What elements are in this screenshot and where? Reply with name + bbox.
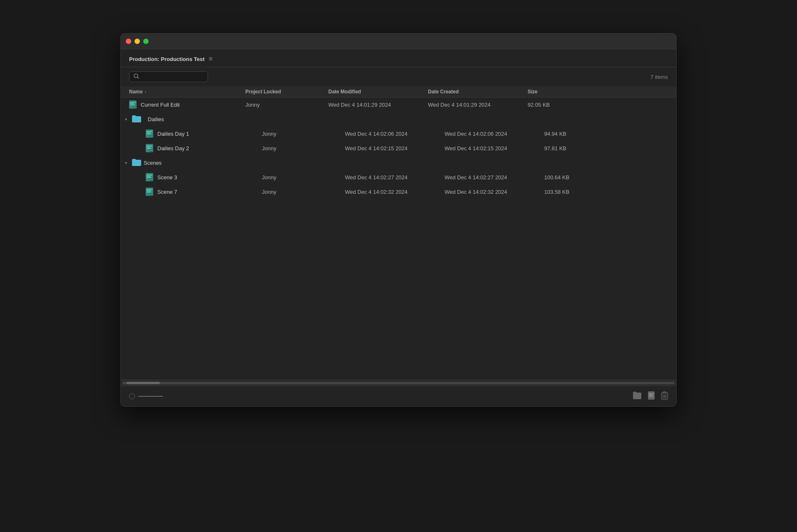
svg-rect-3 — [130, 102, 136, 103]
file-name-cell: ✏ Current Full Edit — [129, 100, 245, 109]
file-name: Scene 7 — [157, 189, 177, 195]
project-file-icon: ✏ — [129, 100, 137, 109]
svg-text:✏: ✏ — [150, 135, 152, 137]
date-modified-value: Wed Dec 4 14:02:15 2024 — [345, 145, 445, 151]
svg-line-1 — [137, 77, 139, 78]
date-created-value: Wed Dec 4 14:02:32 2024 — [445, 189, 544, 195]
svg-rect-15 — [147, 146, 152, 146]
traffic-lights — [126, 39, 149, 44]
close-button[interactable] — [126, 39, 131, 44]
folder-name: Scenes — [144, 160, 161, 166]
date-created-value: Wed Dec 4 14:02:27 2024 — [445, 174, 544, 181]
svg-text:✏: ✏ — [150, 149, 152, 152]
svg-text:✏: ✏ — [150, 193, 152, 195]
date-modified-value: Wed Dec 4 14:01:29 2024 — [328, 102, 428, 108]
maximize-button[interactable] — [143, 39, 149, 44]
list-item[interactable]: ✏ Scene 3 Jonny Wed Dec 4 14:02:27 2024 … — [121, 170, 676, 185]
svg-rect-4 — [130, 103, 134, 104]
svg-rect-11 — [147, 134, 152, 134]
svg-rect-21 — [147, 175, 152, 176]
file-name-cell: ✏ Scene 3 — [146, 173, 262, 181]
svg-rect-23 — [147, 177, 152, 178]
svg-rect-17 — [147, 148, 152, 149]
production-title: Production: Productions Test — [129, 56, 205, 62]
project-locked-value: Jonny — [262, 174, 345, 181]
file-list: ✏ Current Full Edit Jonny Wed Dec 4 14:0… — [121, 98, 676, 380]
column-project-locked[interactable]: Project Locked — [245, 89, 328, 95]
column-size[interactable]: Size — [528, 89, 577, 95]
scrollbar-thumb[interactable] — [127, 382, 160, 384]
svg-rect-22 — [147, 176, 151, 177]
project-locked-value: Jonny — [262, 145, 345, 151]
folder-name-cell: ▾ Scenes — [125, 159, 241, 167]
size-value: 94.94 KB — [544, 131, 594, 137]
svg-text:✏: ✏ — [134, 106, 136, 108]
svg-rect-5 — [130, 105, 135, 105]
file-name-cell: ✏ Dailies Day 1 — [146, 129, 262, 138]
svg-rect-34 — [649, 395, 653, 395]
date-created-value: Wed Dec 4 14:02:15 2024 — [445, 145, 544, 151]
file-name: Current Full Edit — [141, 102, 180, 108]
date-modified-value: Wed Dec 4 14:02:27 2024 — [345, 174, 445, 181]
main-window: Production: Productions Test ≡ 7 items N… — [120, 33, 677, 407]
folder-icon — [132, 115, 140, 123]
folder-name-cell: ▾ Dailies — [125, 115, 241, 123]
minimize-button[interactable] — [134, 39, 140, 44]
svg-rect-35 — [649, 396, 653, 397]
project-locked-value: Jonny — [262, 131, 345, 137]
zoom-circle-icon — [129, 393, 135, 399]
list-item[interactable]: ✏ Dailies Day 2 Jonny Wed Dec 4 14:02:15… — [121, 141, 676, 156]
menu-icon[interactable]: ≡ — [209, 55, 213, 63]
file-name-cell: ✏ Scene 7 — [146, 188, 262, 196]
svg-rect-27 — [147, 189, 152, 190]
list-item[interactable]: ✏ Current Full Edit Jonny Wed Dec 4 14:0… — [121, 98, 676, 112]
header: Production: Productions Test ≡ — [121, 49, 676, 67]
folder-name: Dailies — [144, 116, 164, 122]
project-file-icon: ✏ — [146, 129, 154, 138]
list-item[interactable]: ▾ Scenes — [121, 156, 676, 170]
column-name[interactable]: Name ↑ — [129, 89, 245, 95]
project-locked-value: Jonny — [262, 189, 345, 195]
size-value: 103.58 KB — [544, 189, 594, 195]
sort-arrow-name: ↑ — [144, 90, 147, 94]
project-locked-value: Jonny — [245, 102, 328, 108]
table-header: Name ↑ Project Locked Date Modified Date… — [121, 86, 676, 98]
scrollbar-area[interactable] — [121, 380, 676, 386]
size-value: 97.81 KB — [544, 145, 594, 151]
file-name: Dailies Day 1 — [157, 131, 189, 137]
svg-text:✏: ✏ — [150, 178, 152, 181]
project-file-icon: ✏ — [146, 188, 154, 196]
file-name-cell: ✏ Dailies Day 2 — [146, 144, 262, 152]
column-date-modified[interactable]: Date Modified — [328, 89, 428, 95]
file-name: Dailies Day 2 — [157, 145, 189, 151]
bottom-actions — [633, 391, 668, 401]
date-modified-value: Wed Dec 4 14:02:06 2024 — [345, 131, 445, 137]
list-item[interactable]: ✏ Dailies Day 1 Jonny Wed Dec 4 14:02:06… — [121, 127, 676, 141]
new-folder-button[interactable] — [633, 392, 641, 401]
zoom-control — [129, 393, 163, 399]
svg-rect-33 — [649, 393, 654, 394]
chevron-down-icon[interactable]: ▾ — [125, 117, 127, 122]
titlebar — [121, 34, 676, 49]
bottom-bar — [121, 386, 676, 406]
list-item[interactable]: ▾ Dailies — [121, 112, 676, 127]
size-value: 92.05 KB — [528, 102, 577, 108]
date-created-value: Wed Dec 4 14:01:29 2024 — [428, 102, 528, 108]
scrollbar-track — [122, 382, 675, 384]
zoom-slider[interactable] — [138, 396, 163, 397]
delete-button[interactable] — [661, 391, 668, 401]
svg-rect-9 — [147, 131, 152, 132]
list-item[interactable]: ✏ Scene 7 Jonny Wed Dec 4 14:02:32 2024 … — [121, 185, 676, 199]
svg-rect-32 — [648, 391, 655, 400]
date-created-value: Wed Dec 4 14:02:06 2024 — [445, 131, 544, 137]
items-count: 7 items — [650, 74, 668, 80]
file-name: Scene 3 — [157, 174, 177, 181]
date-modified-value: Wed Dec 4 14:02:32 2024 — [345, 189, 445, 195]
svg-rect-10 — [147, 132, 151, 133]
column-date-created[interactable]: Date Created — [428, 89, 528, 95]
folder-icon — [132, 159, 140, 167]
search-icon — [134, 73, 139, 80]
search-input[interactable] — [141, 74, 199, 80]
chevron-down-icon[interactable]: ▾ — [125, 161, 127, 165]
new-file-button[interactable] — [648, 391, 655, 401]
